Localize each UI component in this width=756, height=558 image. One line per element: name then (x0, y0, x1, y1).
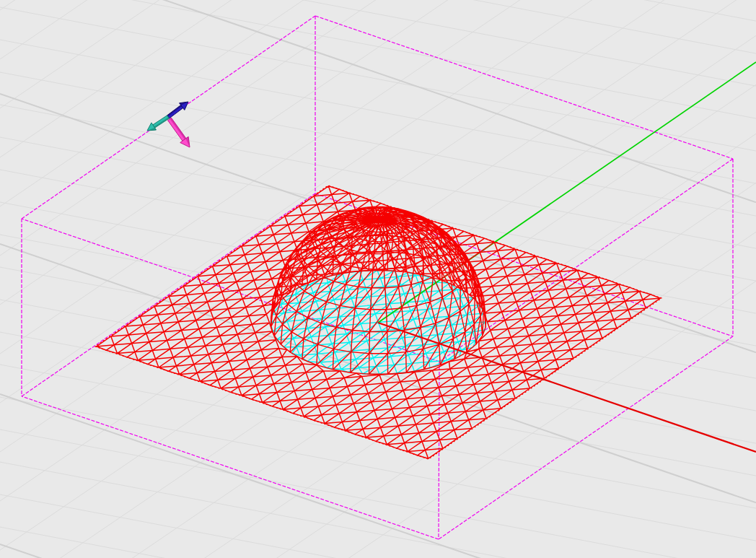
orientation-triad[interactable] (147, 102, 190, 147)
cad-3d-viewport[interactable] (0, 0, 756, 558)
bounding-box-wireframe (22, 16, 733, 539)
y-axis-line-green (378, 62, 756, 323)
scene-canvas[interactable] (0, 0, 756, 558)
axis-arrow-pink (168, 118, 190, 147)
axis-arrow-teal (147, 115, 169, 131)
